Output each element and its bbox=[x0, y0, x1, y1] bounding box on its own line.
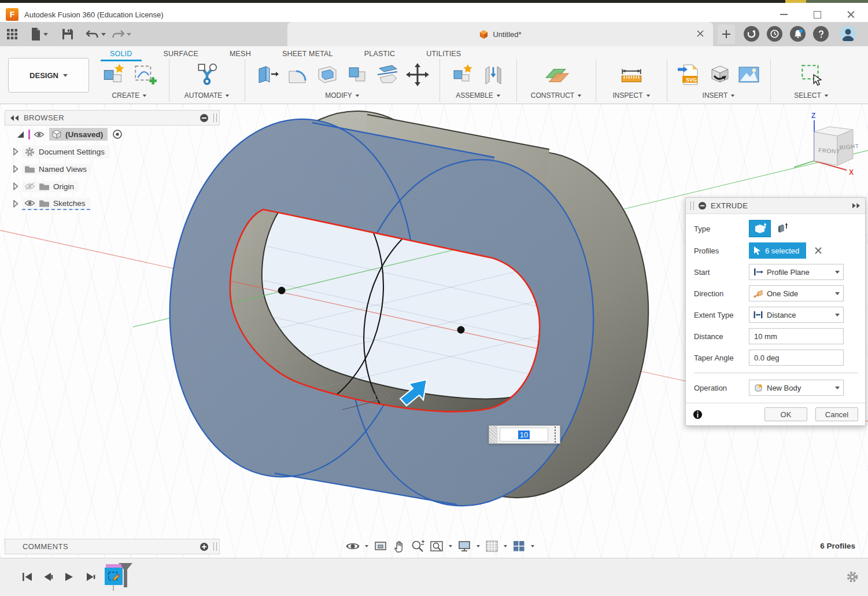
automate-icon[interactable] bbox=[194, 61, 220, 88]
shell-icon[interactable] bbox=[315, 62, 340, 87]
zoom-icon[interactable] bbox=[411, 539, 424, 553]
joint-icon[interactable] bbox=[481, 62, 506, 87]
fillet-icon[interactable] bbox=[285, 62, 310, 87]
visibility-off-eye-icon[interactable] bbox=[24, 182, 35, 190]
tree-item-document-settings[interactable]: Document Settings bbox=[5, 143, 220, 160]
document-tab[interactable]: Untitled* bbox=[287, 22, 713, 46]
chevron-right-icon[interactable] bbox=[13, 165, 19, 173]
new-solid-icon[interactable] bbox=[101, 61, 127, 88]
step-forward-icon[interactable] bbox=[83, 571, 96, 583]
chevron-down-icon[interactable] bbox=[449, 545, 452, 547]
extrude-dialog-header[interactable]: EXTRUDE bbox=[686, 198, 865, 214]
minimize-button[interactable] bbox=[771, 7, 796, 22]
clear-selection-icon[interactable] bbox=[814, 247, 822, 255]
new-tab-button[interactable] bbox=[718, 24, 735, 44]
group-label-automate[interactable]: AUTOMATE bbox=[184, 91, 230, 100]
dimension-input[interactable]: 10 bbox=[500, 428, 548, 442]
look-at-icon[interactable] bbox=[374, 540, 387, 553]
chevron-down-icon[interactable] bbox=[365, 545, 368, 547]
direction-select[interactable]: One Side bbox=[749, 285, 844, 301]
move-icon[interactable] bbox=[405, 62, 430, 87]
extrude-solid-icon[interactable] bbox=[749, 220, 771, 237]
activate-radio-icon[interactable] bbox=[112, 129, 123, 139]
redo-icon[interactable] bbox=[111, 27, 131, 42]
group-label-insert[interactable]: INSERT bbox=[703, 91, 736, 100]
extensions-icon[interactable] bbox=[744, 26, 759, 42]
step-back-icon[interactable] bbox=[42, 571, 54, 583]
insert-mesh-icon[interactable] bbox=[706, 62, 732, 87]
canvas-image-icon[interactable] bbox=[736, 62, 762, 87]
sketch-point-right[interactable] bbox=[457, 326, 465, 334]
dimension-drag-handle[interactable] bbox=[489, 426, 497, 443]
construct-plane-icon[interactable] bbox=[543, 61, 570, 88]
profile-avatar[interactable] bbox=[840, 25, 856, 42]
undo-icon[interactable] bbox=[86, 27, 106, 42]
combine-icon[interactable] bbox=[345, 62, 370, 87]
start-select[interactable]: Profile Plane bbox=[749, 264, 844, 280]
group-label-create[interactable]: CREATE bbox=[112, 91, 147, 100]
fit-icon[interactable] bbox=[430, 540, 444, 553]
app-grid-icon[interactable] bbox=[6, 27, 19, 42]
job-status-icon[interactable] bbox=[767, 26, 782, 42]
dialog-grip[interactable] bbox=[690, 201, 694, 210]
press-pull-icon[interactable] bbox=[254, 62, 280, 87]
view-cube[interactable]: FRONT RIGHT Z X bbox=[791, 110, 866, 179]
group-label-construct[interactable]: CONSTRUCT bbox=[531, 91, 582, 100]
dimension-input-box[interactable]: 10 bbox=[489, 425, 560, 444]
profiles-selected-button[interactable]: 6 selected bbox=[749, 242, 806, 259]
group-label-modify[interactable]: MODIFY bbox=[325, 91, 360, 100]
visibility-eye-icon[interactable] bbox=[24, 199, 35, 207]
info-icon[interactable] bbox=[693, 410, 703, 420]
group-label-select[interactable]: SELECT bbox=[794, 91, 829, 100]
grid-settings-icon[interactable] bbox=[485, 540, 498, 553]
taper-angle-input[interactable] bbox=[749, 349, 844, 366]
design-menu-button[interactable]: DESIGN bbox=[8, 58, 89, 93]
tree-item-origin[interactable]: Origin bbox=[5, 178, 220, 195]
file-menu-icon[interactable] bbox=[30, 27, 48, 42]
dialog-collapse-icon[interactable] bbox=[698, 201, 707, 210]
tree-item-sketches[interactable]: Sketches bbox=[5, 195, 220, 212]
group-label-inspect[interactable]: INSPECT bbox=[612, 91, 650, 100]
pan-icon[interactable] bbox=[393, 539, 405, 553]
play-icon[interactable] bbox=[62, 571, 75, 583]
notifications-icon[interactable] bbox=[790, 26, 806, 42]
help-icon[interactable] bbox=[813, 26, 829, 42]
extent-select[interactable]: Distance bbox=[749, 307, 844, 323]
remove-panel-icon[interactable] bbox=[200, 113, 209, 123]
ok-button[interactable]: OK bbox=[764, 407, 807, 421]
chevron-down-icon[interactable] bbox=[531, 545, 534, 547]
create-sketch-icon[interactable] bbox=[132, 61, 158, 88]
add-comment-icon[interactable] bbox=[200, 542, 209, 551]
operation-select[interactable]: New Body bbox=[749, 380, 844, 396]
cancel-button[interactable]: Cancel bbox=[815, 407, 858, 421]
browser-header[interactable]: BROWSER bbox=[5, 110, 220, 126]
chevron-down-icon[interactable] bbox=[504, 545, 507, 547]
distance-input[interactable] bbox=[749, 328, 844, 344]
group-label-assemble[interactable]: ASSEMBLE bbox=[456, 91, 501, 100]
orbit-icon[interactable] bbox=[346, 539, 360, 553]
chevron-right-icon[interactable] bbox=[13, 200, 19, 208]
skip-start-icon[interactable] bbox=[21, 571, 34, 583]
tree-root-row[interactable]: (Unsaved) bbox=[5, 126, 220, 143]
close-button[interactable] bbox=[839, 7, 863, 22]
sketch-point-left[interactable] bbox=[278, 287, 286, 295]
display-settings-icon[interactable] bbox=[457, 540, 471, 553]
select-box-icon[interactable] bbox=[798, 61, 825, 88]
timeline-sketch-feature[interactable] bbox=[105, 564, 123, 586]
dialog-pin-icon[interactable] bbox=[852, 203, 860, 209]
visibility-eye-icon[interactable] bbox=[34, 131, 45, 138]
extrude-thin-icon[interactable] bbox=[773, 220, 795, 237]
panel-grip[interactable] bbox=[213, 113, 217, 122]
save-icon[interactable] bbox=[61, 27, 74, 42]
tab-close-icon[interactable] bbox=[695, 28, 706, 39]
tree-item-named-views[interactable]: Named Views bbox=[5, 160, 220, 178]
chevron-right-icon[interactable] bbox=[13, 148, 19, 156]
chevron-right-icon[interactable] bbox=[13, 182, 19, 190]
viewports-icon[interactable] bbox=[512, 540, 526, 553]
panel-grip[interactable] bbox=[213, 542, 217, 551]
collapse-panel-icon[interactable] bbox=[10, 115, 19, 122]
comments-bar[interactable]: COMMENTS bbox=[5, 539, 220, 554]
chevron-down-icon[interactable] bbox=[477, 545, 480, 547]
dimension-options-icon[interactable] bbox=[551, 426, 560, 443]
measure-icon[interactable] bbox=[618, 61, 645, 88]
